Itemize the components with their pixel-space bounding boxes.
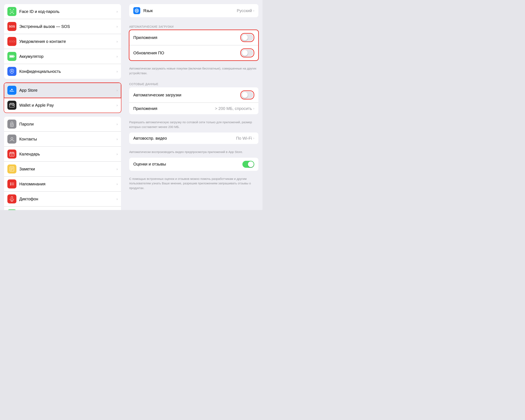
svg-rect-15 [12, 125, 12, 126]
ratings-label: Оценки и отзывы [133, 162, 242, 167]
cellular-apps-item[interactable]: Приложения > 200 МБ, спросить › [129, 103, 258, 114]
chevron-icon: › [116, 69, 118, 74]
cellular-apps-label: Приложения [133, 106, 215, 111]
privacy-label: Конфиденциальность [19, 69, 116, 74]
settings-item-voice[interactable]: Диктофон › [4, 192, 121, 206]
settings-item-contact-notify[interactable]: ⁙⁙⁙ Уведомления о контакте › [4, 34, 121, 49]
video-playback-chevron: › [253, 136, 254, 140]
voice-icon [7, 194, 16, 204]
settings-item-sos[interactable]: SOS Экстренный вызов — SOS › [4, 19, 121, 34]
contact-notify-label: Уведомления о контакте [19, 39, 116, 44]
auto-downloads-section: АВТОМАТИЧЕСКИЕ ЗАГРУЗКИ Приложения Обнов… [125, 21, 262, 79]
faceid-label: Face ID и код-пароль [19, 9, 116, 14]
svg-point-16 [11, 137, 13, 140]
svg-text:31: 31 [11, 154, 13, 156]
ratings-item[interactable]: Оценки и отзывы [129, 158, 258, 171]
apps-toggle-highlight [240, 33, 254, 42]
svg-rect-8 [11, 70, 12, 71]
cellular-group: Автоматические загрузки Приложения > 200… [129, 87, 258, 114]
settings-item-battery[interactable]: Аккумулятор › [4, 49, 121, 64]
settings-item-calendar[interactable]: 31 Календарь › [4, 147, 121, 162]
globe-icon [133, 7, 140, 14]
svg-point-9 [12, 91, 12, 92]
chevron-icon: › [116, 122, 118, 126]
svg-rect-12 [12, 105, 14, 106]
language-row[interactable]: Язык Русский › [129, 4, 258, 17]
cellular-apps-chevron: › [253, 107, 254, 110]
chevron-icon: › [116, 182, 118, 186]
appstore-settings-panel: Язык Русский › АВТОМАТИЧЕСКИЕ ЗАГРУЗКИ П… [125, 0, 262, 210]
notes-label: Заметки [19, 167, 116, 171]
calendar-icon: 31 [7, 149, 16, 159]
settings-item-contacts[interactable]: Контакты › [4, 132, 121, 147]
language-value: Русский [237, 9, 252, 13]
language-label: Язык [143, 9, 237, 13]
calendar-label: Календарь [19, 152, 116, 157]
cellular-auto-toggle[interactable] [241, 92, 253, 98]
settings-item-appstore[interactable]: App Store › [4, 83, 121, 98]
passwords-icon [7, 120, 16, 129]
wallet-icon [7, 101, 16, 110]
chevron-icon: › [116, 88, 118, 93]
updates-auto-toggle[interactable] [241, 49, 253, 56]
contacts-icon [7, 135, 16, 144]
contact-notify-icon: ⁙⁙⁙ [7, 37, 16, 46]
svg-rect-23 [11, 196, 13, 199]
settings-item-faceid[interactable]: Face ID и код-пароль › [4, 4, 121, 19]
chevron-icon: › [116, 137, 118, 141]
auto-downloads-group: Приложения Обновления ПО [129, 30, 258, 60]
ratings-toggle[interactable] [242, 161, 254, 168]
notes-icon [7, 165, 16, 174]
sos-text: SOS [9, 25, 15, 28]
sos-icon: SOS [7, 22, 16, 31]
svg-point-2 [12, 11, 13, 11]
toggle-thumb [242, 92, 248, 98]
chevron-icon: › [116, 152, 118, 156]
reminders-icon [7, 179, 16, 188]
updates-auto-label: Обновления ПО [133, 51, 240, 55]
language-chevron: › [253, 9, 254, 12]
settings-group-appstore: App Store › Wallet и Apple Pay › [4, 83, 121, 112]
sos-label: Экстренный вызов — SOS [19, 24, 116, 29]
ratings-section: Оценки и отзывы [129, 158, 258, 171]
cellular-header: СОТОВЫЕ ДАННЫЕ [125, 79, 262, 87]
svg-rect-4 [14, 56, 15, 57]
settings-left-panel: Face ID и код-пароль › SOS Экстренный вы… [0, 0, 125, 210]
video-playback-description: Автоматически воспроизводить видео предп… [125, 148, 262, 158]
voice-label: Диктофон [19, 197, 116, 201]
cellular-auto-item[interactable]: Автоматические загрузки [129, 87, 258, 103]
faceid-icon [7, 7, 16, 16]
settings-item-passwords[interactable]: Пароли › [4, 117, 121, 132]
updates-toggle-highlight [240, 48, 254, 57]
cellular-section: СОТОВЫЕ ДАННЫЕ Автоматические загрузки П… [125, 79, 262, 132]
language-section: Язык Русский › [129, 4, 258, 17]
auto-downloads-description: Автоматически загружать новые покупки (в… [125, 65, 262, 79]
battery-label: Аккумулятор [19, 54, 116, 59]
settings-item-privacy[interactable]: Конфиденциальность › [4, 64, 121, 79]
toggle-thumb [242, 35, 248, 40]
settings-group-apps: Пароли › Контакты › 31 [4, 117, 121, 210]
appstore-icon [7, 86, 16, 95]
svg-rect-5 [10, 56, 14, 57]
apps-auto-item[interactable]: Приложения [129, 30, 258, 45]
appstore-label: App Store [19, 88, 116, 93]
ratings-description: С помощью встроенных оценок и отзывов мо… [125, 175, 262, 194]
passwords-label: Пароли [19, 122, 116, 127]
phone-icon [7, 209, 16, 210]
settings-item-phone[interactable]: Телефон › [4, 206, 121, 210]
video-playback-item[interactable]: Автовоспр. видео По Wi-Fi › [129, 132, 258, 144]
svg-point-1 [11, 11, 11, 11]
updates-auto-item[interactable]: Обновления ПО [129, 45, 258, 60]
settings-item-wallet[interactable]: Wallet и Apple Pay › [4, 98, 121, 112]
chevron-icon: › [116, 197, 118, 201]
privacy-icon [7, 67, 16, 76]
settings-item-notes[interactable]: Заметки › [4, 162, 121, 177]
toggle-thumb [248, 161, 254, 167]
cellular-description: Разрешать автоматическую загрузку по сот… [125, 118, 262, 132]
settings-item-reminders[interactable]: Напоминания › [4, 177, 121, 192]
cellular-apps-value: > 200 МБ, спросить [215, 106, 252, 111]
video-playback-section: Автовоспр. видео По Wi-Fi › [129, 132, 258, 144]
chevron-icon: › [116, 167, 118, 171]
apps-auto-toggle[interactable] [241, 34, 253, 41]
reminders-label: Напоминания [19, 182, 116, 187]
